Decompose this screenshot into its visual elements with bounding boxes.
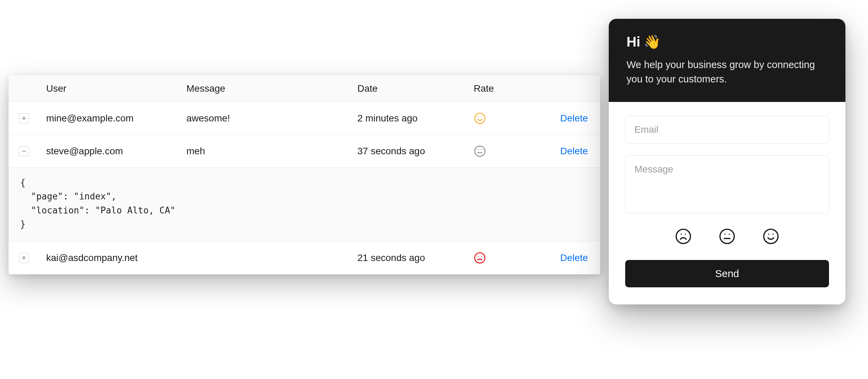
widget-subtitle: We help your business grow by connecting…	[627, 57, 828, 86]
delete-button[interactable]: Delete	[560, 146, 588, 157]
email-field[interactable]	[625, 116, 829, 144]
col-rate-header: Rate	[474, 83, 542, 94]
cell-date: 37 seconds ago	[357, 146, 474, 157]
col-date-header: Date	[357, 83, 474, 94]
svg-point-3	[475, 146, 485, 156]
svg-point-10	[676, 229, 691, 244]
cell-date: 2 minutes ago	[357, 113, 474, 124]
cell-user: kai@asdcompany.net	[43, 252, 186, 263]
table-row: − steve@apple.com meh 37 seconds ago Del…	[9, 135, 600, 168]
rate-happy-button[interactable]	[762, 228, 779, 246]
feedback-table: User Message Date Rate + mine@example.co…	[9, 75, 600, 274]
rate-neutral-button[interactable]	[719, 228, 736, 246]
table-header-row: User Message Date Rate	[9, 75, 600, 102]
wave-icon: 👋	[644, 34, 661, 50]
send-button[interactable]: Send	[625, 260, 829, 287]
delete-button[interactable]: Delete	[560, 113, 588, 124]
svg-point-7	[475, 253, 485, 263]
cell-date: 21 seconds ago	[357, 252, 474, 263]
cell-message: meh	[186, 146, 357, 157]
cell-user: mine@example.com	[43, 113, 186, 124]
feedback-widget: Hi 👋 We help your business grow by conne…	[609, 19, 845, 304]
rating-row	[625, 228, 829, 246]
message-field[interactable]	[625, 155, 829, 213]
widget-title: Hi 👋	[627, 34, 828, 50]
col-user-header: User	[43, 83, 186, 94]
table-row: + kai@asdcompany.net 21 seconds ago Dele…	[9, 241, 600, 274]
cell-message: awesome!	[186, 113, 357, 124]
delete-button[interactable]: Delete	[560, 252, 588, 263]
widget-body: Send	[609, 102, 845, 304]
svg-point-0	[475, 113, 485, 123]
expanded-json-panel: { "page": "index", "location": "Palo Alt…	[9, 168, 600, 241]
cell-user: steve@apple.com	[43, 146, 186, 157]
expand-button[interactable]: +	[19, 253, 29, 263]
expand-button[interactable]: +	[19, 113, 29, 123]
svg-point-13	[720, 229, 734, 244]
smile-icon	[474, 112, 486, 125]
widget-header: Hi 👋 We help your business grow by conne…	[609, 19, 845, 102]
collapse-button[interactable]: −	[19, 146, 29, 156]
col-message-header: Message	[186, 83, 357, 94]
frown-icon	[474, 252, 486, 264]
table-row: + mine@example.com awesome! 2 minutes ag…	[9, 102, 600, 135]
rate-sad-button[interactable]	[675, 228, 692, 246]
meh-icon	[474, 145, 486, 157]
widget-title-text: Hi	[627, 34, 640, 50]
svg-point-17	[764, 229, 778, 244]
